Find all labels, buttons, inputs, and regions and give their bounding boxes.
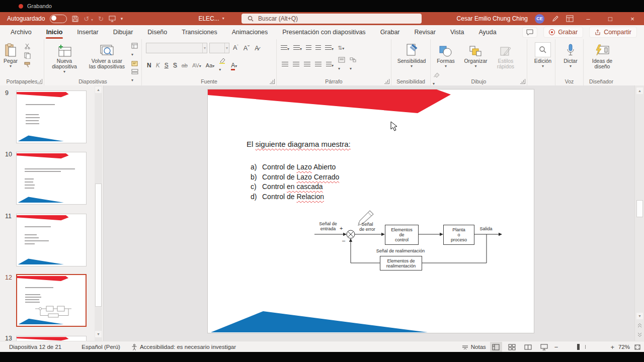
sensitivity-button[interactable]: Sensibilidad ▾ [393,41,430,69]
tab-revisar[interactable]: Revisar [414,26,436,38]
title-dropdown-chevron-icon[interactable]: ▾ [222,17,224,20]
cut-icon[interactable] [24,43,31,49]
thumb-scroll-down-icon[interactable]: ▼ [95,331,102,337]
slide-position[interactable]: Diapositiva 12 de 21 [9,344,61,350]
copy-icon[interactable] [24,52,31,59]
font-color-icon[interactable]: A▾ [231,62,237,69]
next-slide-button[interactable] [637,332,642,337]
arrange-button[interactable]: Organizar ▾ [461,41,490,69]
paragraph-dialog-launcher[interactable] [384,79,389,84]
normal-view-button[interactable] [490,342,502,352]
ink-pen-icon[interactable] [551,15,559,23]
avatar[interactable]: CE [535,14,544,24]
search-box[interactable]: Buscar (Alt+Q) [242,14,422,24]
underline-button[interactable]: S [165,62,169,69]
align-center-icon[interactable] [293,62,299,67]
maximize-button[interactable]: □ [603,12,618,25]
highlight-color-icon[interactable]: ▾ [219,57,226,73]
scroll-up-icon[interactable]: ▲ [636,87,643,94]
increase-font-icon[interactable]: Aˆ [231,44,240,52]
bold-button[interactable]: N [147,62,151,69]
tab-transiciones[interactable]: Transiciones [181,26,217,38]
font-dialog-launcher[interactable] [270,79,275,84]
thumb-scroll-up-icon[interactable]: ▲ [95,86,102,93]
fit-slide-to-window-button[interactable] [634,344,641,350]
thumbnail-scrollbar[interactable]: ▲ ▼ [95,85,102,341]
editing-button[interactable]: Edición ▾ [529,41,556,69]
tab-inicio[interactable]: Inicio [46,26,63,38]
clear-format-icon[interactable]: A̷ [253,44,260,52]
font-name-combo[interactable]: ▾ [146,43,207,53]
ribbon-display-options-icon[interactable] [566,15,574,22]
zoom-level[interactable]: 72% [618,344,630,350]
tab-diseno[interactable]: Diseño [147,26,168,38]
align-text-icon[interactable]: ▾ [338,57,345,72]
quick-styles-button[interactable]: Estilos rápidos [493,41,519,70]
clipboard-dialog-launcher[interactable] [37,79,42,84]
zoom-in-button[interactable]: + [610,343,614,351]
slide-sorter-view-button[interactable] [506,342,518,352]
minimize-button[interactable]: – [581,12,596,25]
undo-icon[interactable]: ↺ ▾ [84,16,93,22]
shapes-button[interactable]: Formas ▾ [433,41,459,69]
increase-indent-icon[interactable] [315,43,321,52]
paste-button[interactable]: Pegar ▾ [2,41,19,69]
close-button[interactable]: × [625,12,640,25]
main-scrollbar[interactable]: ▲ ▼ [634,85,644,341]
columns-icon[interactable]: ▾ [326,60,334,69]
comments-button[interactable] [522,27,537,38]
redo-icon[interactable]: ↻ [98,16,104,22]
italic-button[interactable]: K [156,62,160,69]
qat-customize-chevron-icon[interactable]: ▾ [121,17,123,21]
thumbnail-slide-11[interactable] [16,214,87,266]
scroll-thumb[interactable] [636,200,643,217]
save-icon[interactable] [72,16,78,22]
tab-archivo[interactable]: Archivo [10,26,32,38]
format-painter-icon[interactable] [24,62,31,68]
start-slideshow-icon[interactable] [109,16,116,22]
slide-layout-icon[interactable]: ▾ [131,43,139,58]
language-status[interactable]: Español (Perú) [82,344,120,350]
thumbnail-slide-9[interactable] [16,90,87,143]
tab-vista[interactable]: Vista [450,26,465,38]
user-name[interactable]: Cesar Emilio Chung Ching [457,15,528,22]
reading-view-button[interactable] [522,342,534,352]
zoom-slider-thumb[interactable] [577,344,580,350]
previous-slide-button[interactable] [637,323,642,328]
tab-animaciones[interactable]: Animaciones [231,26,269,38]
bullets-icon[interactable]: ▾ [281,43,289,52]
design-ideas-button[interactable]: Ideas de diseño [586,41,619,70]
align-left-icon[interactable] [282,62,288,67]
strikethrough-button[interactable]: ab [182,62,188,68]
slideshow-view-button[interactable] [538,342,550,352]
new-slide-button[interactable]: Nueva diapositiva ▾ [46,41,83,74]
smartart-convert-icon[interactable]: ▾ [350,57,357,72]
autosave-toggle[interactable] [50,15,67,23]
tab-ayuda[interactable]: Ayuda [478,26,497,38]
zoom-out-button[interactable]: − [554,343,558,351]
thumbnail-slide-12-selected[interactable] [16,274,87,327]
decrease-font-icon[interactable]: Aˇ [242,44,252,52]
reuse-slides-button[interactable]: Volver a usar las diapositivas [85,41,129,70]
font-size-combo[interactable]: ▾ [209,43,229,53]
slide-canvas[interactable]: El siguiente diagrama muestra: a) Contro… [208,89,534,333]
thumb-scroll-thumb[interactable] [95,184,102,307]
scroll-down-icon[interactable]: ▼ [636,313,643,319]
accessibility-status[interactable]: Accesibilidad: es necesario investigar [131,344,236,350]
char-spacing-button[interactable]: AV▾ [192,62,201,68]
align-right-icon[interactable] [304,62,310,67]
align-justify-icon[interactable] [315,62,321,67]
tab-dibujar[interactable]: Dibujar [113,26,134,38]
tab-presentacion[interactable]: Presentación con diapositivas [282,26,366,38]
share-button[interactable]: Compartir [589,27,637,38]
thumbnail-slide-13[interactable] [16,336,87,341]
record-button[interactable]: Grabar [543,27,583,38]
change-case-button[interactable]: Aa▾ [206,62,214,68]
notes-toggle[interactable]: Notas [462,344,486,350]
reset-slide-icon[interactable] [131,60,139,66]
drawing-dialog-launcher[interactable] [520,79,525,84]
thumbnail-slide-10[interactable] [16,152,87,205]
zoom-slider[interactable] [562,346,606,347]
tab-insertar[interactable]: Insertar [76,26,99,38]
text-shadow-button[interactable]: S [173,62,177,69]
